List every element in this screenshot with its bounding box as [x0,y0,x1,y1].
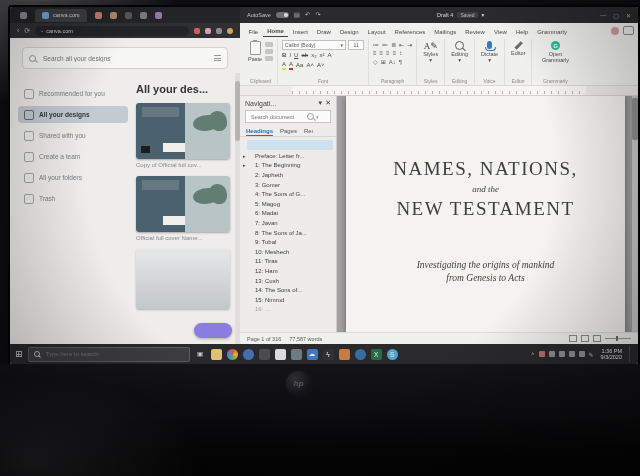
word-count[interactable]: 77,587 words [289,336,322,342]
nav-heading-item[interactable]: ▸Preface: Letter fr... [240,151,336,161]
app-icon[interactable] [275,349,286,360]
tab-layout[interactable]: Layout [363,27,390,37]
font-size-select[interactable]: 11 [348,40,364,50]
document-page[interactable]: NAMES, NATIONS, and the NEW TESTAMENT In… [346,96,625,332]
nav-heading-item[interactable]: 8: The Sons of Ja... [240,228,336,238]
volume-icon[interactable] [569,351,575,357]
nav-heading-item[interactable]: 7: Javan [240,218,336,228]
shrink-font-button[interactable]: A˅ [317,62,325,69]
web-layout-icon[interactable] [593,335,601,342]
sidebar-item-trash[interactable]: Trash [18,190,128,207]
nav-heading-item[interactable]: 5: Magog [240,199,336,209]
sort-icon[interactable]: A↓ [389,59,396,65]
app-icon[interactable]: ϟ [323,349,334,360]
document-title[interactable]: Draft 4 [437,12,454,18]
chevron-down-icon[interactable]: ▾ [316,114,319,120]
font-color-button[interactable]: A [289,61,293,70]
sidebar-item-all-your-designs[interactable]: All your designs [18,106,128,123]
close-icon[interactable]: ✕ [626,12,631,19]
extension-icon[interactable] [216,28,222,34]
close-icon[interactable]: ✕ [325,99,331,107]
nav-heading-item[interactable] [247,140,333,150]
tab-pages[interactable]: Pages [280,126,297,136]
justify-icon[interactable]: ≡ [393,50,397,56]
network-icon[interactable] [579,351,585,357]
paste-button[interactable]: Paste [248,40,262,77]
read-mode-icon[interactable] [569,335,577,342]
editing-button[interactable]: Editing ▾ [449,40,470,64]
browser-tab-favicon[interactable] [155,12,162,19]
back-icon[interactable]: ‹ [17,27,19,34]
excel-icon[interactable]: X [371,349,382,360]
document-search-input[interactable] [249,113,305,121]
undo-icon[interactable]: ↶ [305,11,310,19]
align-right-icon[interactable]: ≡ [386,50,390,56]
canva-search-input[interactable] [41,54,209,63]
collapse-triangle-icon[interactable]: ▸ [243,153,246,159]
tray-icon[interactable] [539,351,545,357]
italic-button[interactable]: I [289,52,291,59]
superscript-button[interactable]: x² [319,52,324,59]
tray-icon[interactable] [549,351,555,357]
nav-heading-item[interactable]: 3: Gomer [240,180,336,190]
tab-results[interactable]: Results [304,126,313,136]
print-layout-icon[interactable] [581,335,589,342]
sidebar-item-all-your-folders[interactable]: All your folders [18,169,128,186]
sidebar-item-shared-with-you[interactable]: Shared with you [18,127,128,144]
tab-references[interactable]: References [390,27,430,37]
align-left-icon[interactable]: ≡ [373,50,377,56]
task-view-icon[interactable]: ▣ [195,349,206,360]
browser-tab-favicon[interactable] [125,12,132,19]
collapse-triangle-icon[interactable]: ▸ [243,162,246,168]
document-search-box[interactable]: ▾ [245,110,331,123]
nav-heading-item[interactable]: 14: The Sons of... [240,285,336,295]
tab-mailings[interactable]: Mailings [430,27,461,37]
design-thumbnail[interactable] [136,176,230,232]
nav-heading-item[interactable]: 16: ... [240,305,336,315]
document-scrollbar[interactable] [632,96,638,332]
tab-draw[interactable]: Draw [312,27,335,37]
change-case-button[interactable]: Aa [296,62,303,69]
nav-heading-item[interactable]: 9: Tubal [240,237,336,247]
highlight-color-button[interactable]: A [282,61,286,70]
subscript-button[interactable]: x₂ [311,52,316,59]
browser-tab-favicon[interactable] [110,12,117,19]
refresh-icon[interactable]: ⟳ [24,27,30,35]
line-spacing-icon[interactable]: ↕ [399,50,402,56]
tab-file[interactable]: File [244,27,263,37]
battery-icon[interactable] [559,351,565,357]
help-bubble-button[interactable] [194,323,232,338]
align-center-icon[interactable]: ≡ [380,50,384,56]
nav-heading-item[interactable]: 6: Madai [240,209,336,219]
tab-review[interactable]: Review [461,27,490,37]
filter-menu-icon[interactable] [214,55,221,61]
browser-tab-favicon[interactable] [95,12,102,19]
app-icon[interactable] [259,349,270,360]
sidebar-item-create-a-team[interactable]: Create a team [18,148,128,165]
taskbar-clock[interactable]: 1:36 PM 9/3/2020 [601,348,622,361]
underline-button[interactable]: U [294,52,298,59]
design-thumbnail[interactable] [136,249,230,309]
start-button[interactable]: ⊞ [15,350,23,359]
comments-icon[interactable] [623,26,634,35]
design-thumbnail[interactable] [136,103,230,159]
nav-heading-item[interactable]: 12: Ham [240,266,336,276]
nav-heading-item[interactable]: 15: Nimrod [240,295,336,305]
tab-insert[interactable]: Insert [288,27,312,37]
open-grammarly-button[interactable]: G Open Grammarly [536,40,574,64]
chevron-down-icon[interactable]: ▾ [482,12,485,18]
chrome-icon[interactable] [227,349,238,360]
nav-heading-item[interactable]: 4: The Sons of G... [240,189,336,199]
minimize-icon[interactable]: — [600,12,606,19]
numbering-icon[interactable]: ≕ [382,41,388,48]
browser-tab-strip[interactable]: canva.com [10,7,240,23]
nav-heading-item[interactable]: 13: Cush [240,276,336,286]
zoom-slider[interactable] [605,338,631,339]
edge-icon[interactable] [243,349,254,360]
nav-heading-item[interactable]: ▸1: The Beginning [240,161,336,171]
file-explorer-icon[interactable] [211,349,222,360]
grow-font-button[interactable]: A˄ [306,62,314,69]
app-icon[interactable] [355,349,366,360]
tab-view[interactable]: View [489,27,511,37]
taskbar-search-input[interactable] [44,350,158,358]
